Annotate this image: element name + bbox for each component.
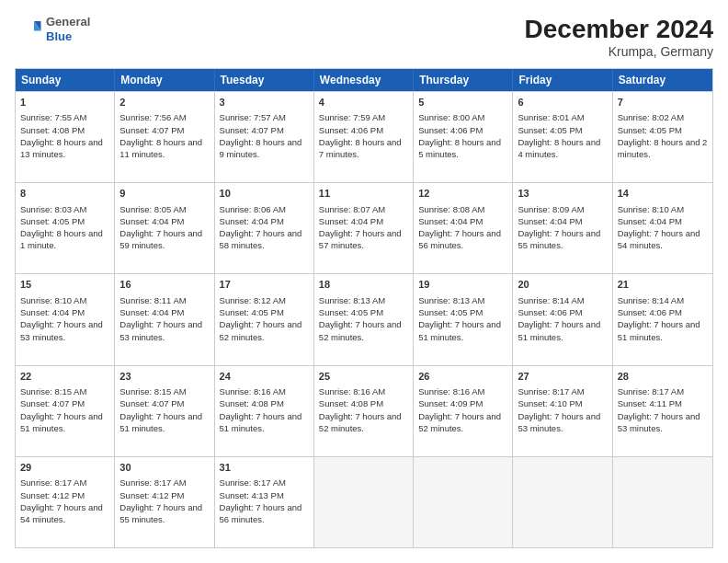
- sunset-label: Sunset: 4:04 PM: [220, 216, 284, 226]
- calendar-cell: 24 Sunrise: 8:16 AM Sunset: 4:08 PM Dayl…: [215, 366, 314, 456]
- daylight-label: Daylight: 8 hours and 5 minutes.: [418, 137, 501, 159]
- day-number: 22: [20, 370, 109, 384]
- daylight-label: Daylight: 7 hours and 59 minutes.: [119, 228, 202, 250]
- daylight-label: Daylight: 7 hours and 55 minutes.: [119, 502, 202, 524]
- day-number: 4: [319, 96, 408, 109]
- calendar-cell: 31 Sunrise: 8:17 AM Sunset: 4:13 PM Dayl…: [215, 457, 314, 547]
- sunrise-label: Sunrise: 8:17 AM: [220, 477, 286, 488]
- daylight-label: Daylight: 7 hours and 53 minutes.: [119, 319, 202, 341]
- calendar-cell: 28 Sunrise: 8:17 AM Sunset: 4:11 PM Dayl…: [613, 366, 712, 456]
- day-number: 18: [319, 278, 408, 292]
- header-day-thursday: Thursday: [414, 69, 513, 91]
- sunrise-label: Sunrise: 8:14 AM: [618, 295, 684, 305]
- calendar-cell: 26 Sunrise: 8:16 AM Sunset: 4:09 PM Dayl…: [414, 366, 513, 456]
- sunset-label: Sunset: 4:13 PM: [220, 490, 284, 500]
- calendar-cell: 27 Sunrise: 8:17 AM Sunset: 4:10 PM Dayl…: [513, 366, 612, 456]
- calendar-row-1: 1 Sunrise: 7:55 AM Sunset: 4:08 PM Dayli…: [16, 91, 712, 182]
- logo-text: General Blue: [46, 15, 90, 43]
- daylight-label: Daylight: 8 hours and 4 minutes.: [518, 137, 600, 159]
- calendar-cell: 20 Sunrise: 8:14 AM Sunset: 4:06 PM Dayl…: [513, 274, 612, 364]
- daylight-label: Daylight: 7 hours and 53 minutes.: [20, 319, 103, 341]
- location: Krumpa, Germany: [525, 44, 713, 59]
- day-number: 5: [418, 96, 507, 109]
- sunrise-label: Sunrise: 8:15 AM: [20, 386, 86, 396]
- day-number: 9: [119, 187, 209, 201]
- sunset-label: Sunset: 4:09 PM: [418, 398, 483, 408]
- page: General Blue December 2024 Krumpa, Germa…: [0, 0, 728, 563]
- sunrise-label: Sunrise: 8:16 AM: [418, 386, 484, 396]
- daylight-label: Daylight: 8 hours and 7 minutes.: [319, 137, 402, 159]
- sunset-label: Sunset: 4:05 PM: [618, 125, 682, 135]
- sunset-label: Sunset: 4:05 PM: [20, 216, 85, 226]
- sunrise-label: Sunrise: 8:16 AM: [319, 386, 385, 396]
- header-day-saturday: Saturday: [613, 69, 712, 91]
- calendar-row-4: 22 Sunrise: 8:15 AM Sunset: 4:07 PM Dayl…: [16, 365, 712, 456]
- calendar-cell: 18 Sunrise: 8:13 AM Sunset: 4:05 PM Dayl…: [314, 274, 414, 364]
- daylight-label: Daylight: 7 hours and 57 minutes.: [319, 228, 402, 250]
- calendar-cell: 7 Sunrise: 8:02 AM Sunset: 4:05 PM Dayli…: [613, 92, 712, 182]
- day-number: 12: [418, 187, 507, 201]
- day-number: 24: [220, 370, 309, 384]
- calendar-cell: 10 Sunrise: 8:06 AM Sunset: 4:04 PM Dayl…: [215, 183, 314, 273]
- day-number: 19: [418, 278, 507, 292]
- calendar-cell: 30 Sunrise: 8:17 AM Sunset: 4:12 PM Dayl…: [115, 457, 214, 547]
- logo-blue: Blue: [46, 29, 90, 44]
- sunset-label: Sunset: 4:04 PM: [418, 216, 483, 226]
- sunrise-label: Sunrise: 8:07 AM: [319, 204, 385, 214]
- sunset-label: Sunset: 4:08 PM: [220, 398, 284, 408]
- sunset-label: Sunset: 4:07 PM: [119, 398, 184, 408]
- day-number: 29: [20, 461, 109, 475]
- day-number: 16: [119, 278, 209, 292]
- calendar-cell: 29 Sunrise: 8:17 AM Sunset: 4:12 PM Dayl…: [16, 457, 115, 547]
- daylight-label: Daylight: 7 hours and 51 minutes.: [20, 411, 103, 433]
- sunset-label: Sunset: 4:08 PM: [20, 125, 85, 135]
- calendar-cell: 21 Sunrise: 8:14 AM Sunset: 4:06 PM Dayl…: [613, 274, 712, 364]
- sunset-label: Sunset: 4:04 PM: [119, 216, 184, 226]
- sunrise-label: Sunrise: 8:17 AM: [20, 477, 86, 488]
- calendar-cell: 14 Sunrise: 8:10 AM Sunset: 4:04 PM Dayl…: [613, 183, 712, 273]
- sunrise-label: Sunrise: 8:16 AM: [220, 386, 286, 396]
- calendar-cell: 13 Sunrise: 8:09 AM Sunset: 4:04 PM Dayl…: [513, 183, 612, 273]
- sunset-label: Sunset: 4:07 PM: [220, 125, 284, 135]
- sunrise-label: Sunrise: 8:14 AM: [518, 295, 584, 305]
- day-number: 14: [618, 187, 708, 201]
- calendar-cell: 3 Sunrise: 7:57 AM Sunset: 4:07 PM Dayli…: [215, 92, 314, 182]
- sunrise-label: Sunrise: 8:08 AM: [418, 204, 484, 214]
- logo-general: General: [46, 15, 90, 29]
- sunset-label: Sunset: 4:06 PM: [319, 125, 383, 135]
- daylight-label: Daylight: 7 hours and 53 minutes.: [518, 411, 600, 433]
- daylight-label: Daylight: 8 hours and 9 minutes.: [220, 137, 302, 159]
- daylight-label: Daylight: 8 hours and 2 minutes.: [618, 137, 708, 159]
- day-number: 6: [518, 96, 607, 109]
- daylight-label: Daylight: 7 hours and 52 minutes.: [319, 319, 402, 341]
- day-number: 8: [20, 187, 109, 201]
- sunrise-label: Sunrise: 7:56 AM: [119, 112, 186, 122]
- daylight-label: Daylight: 7 hours and 56 minutes.: [220, 502, 302, 524]
- sunrise-label: Sunrise: 8:06 AM: [220, 204, 286, 214]
- sunrise-label: Sunrise: 8:02 AM: [618, 112, 684, 122]
- calendar-cell: [513, 457, 612, 547]
- daylight-label: Daylight: 7 hours and 53 minutes.: [618, 411, 700, 433]
- day-number: 26: [418, 370, 507, 384]
- daylight-label: Daylight: 8 hours and 11 minutes.: [119, 137, 202, 159]
- calendar-cell: 11 Sunrise: 8:07 AM Sunset: 4:04 PM Dayl…: [314, 183, 414, 273]
- sunrise-label: Sunrise: 8:10 AM: [618, 204, 684, 214]
- calendar-cell: [613, 457, 712, 547]
- day-number: 15: [20, 278, 109, 292]
- sunset-label: Sunset: 4:05 PM: [319, 307, 383, 317]
- calendar-cell: 23 Sunrise: 8:15 AM Sunset: 4:07 PM Dayl…: [115, 366, 214, 456]
- daylight-label: Daylight: 7 hours and 51 minutes.: [618, 319, 700, 341]
- calendar-cell: 9 Sunrise: 8:05 AM Sunset: 4:04 PM Dayli…: [115, 183, 214, 273]
- day-number: 1: [20, 96, 109, 109]
- sunrise-label: Sunrise: 8:12 AM: [220, 295, 286, 305]
- sunrise-label: Sunrise: 8:17 AM: [618, 386, 684, 396]
- calendar-cell: 22 Sunrise: 8:15 AM Sunset: 4:07 PM Dayl…: [16, 366, 115, 456]
- daylight-label: Daylight: 7 hours and 58 minutes.: [220, 228, 302, 250]
- sunrise-label: Sunrise: 8:13 AM: [418, 295, 484, 305]
- daylight-label: Daylight: 7 hours and 54 minutes.: [20, 502, 103, 524]
- header-day-friday: Friday: [513, 69, 612, 91]
- calendar-cell: 6 Sunrise: 8:01 AM Sunset: 4:05 PM Dayli…: [513, 92, 612, 182]
- title-block: December 2024 Krumpa, Germany: [525, 15, 713, 59]
- sunset-label: Sunset: 4:06 PM: [618, 307, 682, 317]
- day-number: 20: [518, 278, 607, 292]
